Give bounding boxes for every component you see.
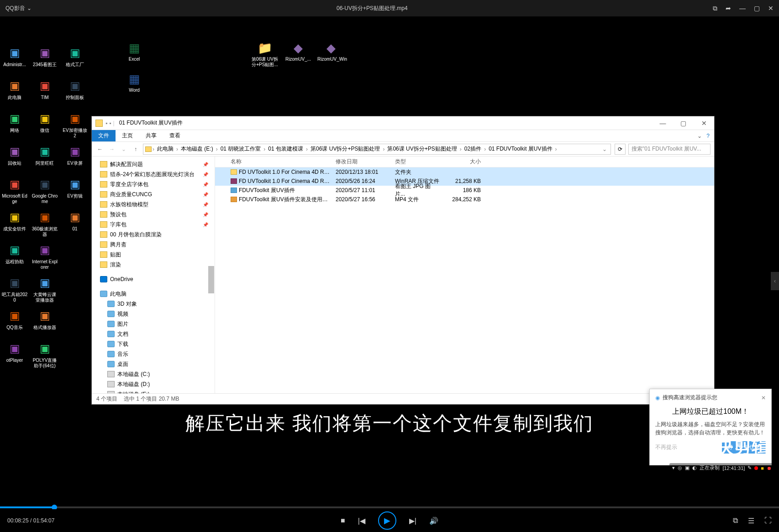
rec-stop-icon[interactable]: ■ (761, 465, 764, 471)
desktop-icon[interactable]: ▣Microsoft Edge (1, 176, 28, 207)
tab-file[interactable]: 文件 (92, 130, 116, 141)
desktop-icon-pkg[interactable]: 📁第06课 UV拆分+PS贴图... (251, 39, 279, 68)
desktop-icon-word[interactable]: ▦Word (126, 70, 143, 93)
crumb-dropdown-icon[interactable]: ⌄ (600, 146, 609, 152)
desktop-icon[interactable]: ▣Google Chrome (31, 176, 58, 207)
exp-minimize-button[interactable]: — (653, 117, 673, 130)
rec-target-icon[interactable]: ◎ (678, 465, 682, 471)
desktop-icon[interactable]: ▣EV加密播放2 (61, 110, 89, 141)
crumb-pc-icon[interactable] (145, 146, 152, 152)
tree-item[interactable]: 贴图 (100, 250, 215, 260)
nav-forward-button[interactable]: → (107, 145, 116, 154)
rec-mic-icon[interactable]: ◐ (692, 465, 697, 471)
tree-thispc[interactable]: 此电脑 (100, 289, 215, 299)
desktop-icon[interactable]: ▣POLYV直播助手(64位) (31, 340, 58, 371)
desktop-icon[interactable]: ▣控制面板 (61, 78, 89, 109)
refresh-button[interactable]: ⟳ (615, 144, 626, 155)
tree-item[interactable]: 字库包📌 (100, 219, 215, 229)
tree-item[interactable]: 文档 (100, 329, 215, 339)
col-size[interactable]: 大小 (442, 156, 484, 167)
tree-item[interactable]: 解决配置问题📌 (100, 159, 215, 169)
recording-bar[interactable]: ▾ ◎ ▣ ◐ 正在录制 [12:41:31] ✎ ■ ⏺ (669, 463, 774, 473)
desktop-icon-rizom1[interactable]: ◆RizomUV_... (285, 39, 311, 62)
tree-item[interactable]: 3D 对象 (100, 299, 215, 309)
breadcrumb-item[interactable]: 第06课 UV拆分+PS贴图处理 (309, 145, 382, 153)
desktop-icon[interactable]: ▣阿里旺旺 (31, 143, 58, 174)
playlist-button[interactable]: ☰ (748, 516, 754, 525)
rec-cam-icon[interactable]: ▣ (685, 465, 690, 471)
tree-item[interactable]: 水族馆植物模型📌 (100, 199, 215, 209)
nav-history-button[interactable]: ⌄ (119, 145, 128, 154)
desktop-icon-excel[interactable]: ▦Excel (126, 39, 143, 62)
exp-close-button[interactable]: ✕ (694, 117, 714, 130)
desktop-icon[interactable]: ▣此电脑 (1, 78, 28, 109)
desktop-icon[interactable]: ▣Internet Explorer (31, 242, 58, 273)
fullscreen-button[interactable]: ⛶ (764, 516, 772, 525)
play-button[interactable]: ▶ (378, 511, 396, 530)
tree-item[interactable]: 商业质量CUNCG📌 (100, 189, 215, 199)
desktop-icon-rizom2[interactable]: ◆RizomUV_Win (317, 39, 345, 62)
tree-item[interactable]: 猎杀-24个紫幻形态图展现光灯演台📌 (100, 169, 215, 179)
app-name[interactable]: QQ影音 ⌄ (5, 5, 32, 12)
nav-up-button[interactable]: ↑ (131, 145, 140, 154)
breadcrumb-item[interactable]: 此电脑 (155, 145, 175, 153)
next-button[interactable]: ▶| (409, 516, 416, 525)
breadcrumb-item[interactable]: 01 包装建模课 (266, 145, 305, 153)
progress-bar[interactable] (0, 506, 779, 508)
help-icon[interactable]: ? (706, 133, 710, 139)
col-type[interactable]: 类型 (392, 156, 442, 167)
close-button[interactable]: ✕ (768, 5, 774, 12)
qat-btn[interactable]: ▪ (105, 120, 107, 126)
maximize-button[interactable]: ▢ (754, 5, 760, 12)
explorer-tree[interactable]: 解决配置问题📌猎杀-24个紫幻形态图展现光灯演台📌零度全店字体包📌商业质量CUN… (92, 156, 215, 393)
tree-item[interactable]: 音乐 (100, 349, 215, 359)
desktop-icon[interactable]: ▣otPlayer (1, 340, 28, 371)
file-row[interactable]: FDUVToolkit 展UV插件安装及使用方法 2020/5/27 16:56… (215, 195, 714, 204)
nav-back-button[interactable]: ← (95, 145, 105, 154)
explorer-titlebar[interactable]: ▪ ▪ | 01 FDUVToolkit 展UV插件 — ▢ ✕ (92, 116, 714, 130)
desktop-icon[interactable]: ▣QQ音乐 (1, 308, 28, 339)
tree-item[interactable]: 图片 (100, 319, 215, 329)
desktop-icon[interactable]: ▣Administr... (1, 45, 28, 76)
tree-item[interactable]: 渲染 (100, 260, 215, 270)
desktop-icon[interactable]: ▣TIM (31, 78, 58, 109)
pin-icon[interactable]: ➦ (726, 5, 731, 12)
qat-btn[interactable]: ▪ (109, 120, 111, 126)
file-row[interactable]: FD UVToolkit 1.0 For Cinema 4D R19... 20… (215, 177, 714, 186)
desktop-icon[interactable]: ▣回收站 (1, 143, 28, 174)
exp-maximize-button[interactable]: ▢ (673, 117, 694, 130)
desktop-icon[interactable]: ▣360极速浏览器 (31, 209, 58, 240)
ribbon-expand-icon[interactable]: ⌄ (697, 133, 702, 139)
tree-item[interactable]: 桌面 (100, 359, 215, 369)
tree-item[interactable]: 视频 (100, 309, 215, 319)
tree-item[interactable]: 预设包📌 (100, 209, 215, 219)
stop-button[interactable]: ■ (341, 516, 345, 525)
breadcrumb-item[interactable]: 01 FDUVToolkit 展UV插件 (487, 145, 554, 153)
desktop-icon[interactable]: ▣EV剪辑 (61, 176, 89, 207)
volume-button[interactable]: 🔊 (429, 516, 438, 525)
tree-item[interactable]: 00 月饼包装白膜渲染 (100, 229, 215, 240)
list-header[interactable]: 名称 修改日期 类型 大小 (215, 156, 714, 167)
desktop-icon[interactable]: ▣格式播放器 (31, 308, 58, 339)
side-handle[interactable]: ‹ (771, 272, 779, 290)
desktop-icon[interactable]: ▣吧工具箱2020 (1, 275, 28, 306)
tab-view[interactable]: 查看 (163, 130, 187, 141)
prev-button[interactable]: |◀ (358, 516, 365, 525)
tree-item[interactable]: 本地磁盘 (C:) (100, 369, 215, 379)
tab-home[interactable]: 主页 (116, 130, 139, 141)
col-name[interactable]: 名称 (228, 156, 333, 167)
col-date[interactable]: 修改日期 (333, 156, 392, 167)
desktop-icon[interactable]: ▣EV录屏 (61, 143, 89, 174)
desktop-icon[interactable]: ▣网络 (1, 110, 28, 141)
breadcrumb[interactable]: ›此电脑›本地磁盘 (E:)›01 胡晓波工作室›01 包装建模课›第06课 U… (143, 144, 611, 155)
tree-item[interactable]: 本地磁盘 (D:) (100, 379, 215, 389)
file-row[interactable]: FD UVToolkit 1.0 For Cinema 4D R19... 20… (215, 167, 714, 177)
tree-item[interactable]: 下载 (100, 339, 215, 349)
desktop-icon[interactable]: ▣01 (61, 209, 89, 240)
desktop-icon[interactable]: ▣成安全软件 (1, 209, 28, 240)
scrollbar-thumb[interactable] (208, 266, 214, 293)
rec-menu-icon[interactable]: ▾ (672, 465, 675, 471)
popup-no-remind[interactable]: 不再提示 (655, 443, 677, 451)
tree-item[interactable]: 零度全店字体包📌 (100, 179, 215, 189)
tree-onedrive[interactable]: OneDrive (100, 274, 215, 284)
